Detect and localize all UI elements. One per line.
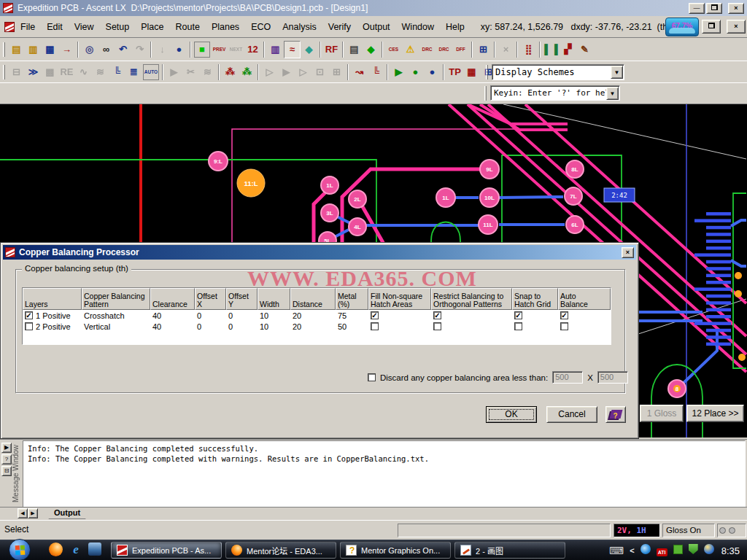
- review-icon[interactable]: ◆: [363, 41, 379, 58]
- quicklaunch-app-icon[interactable]: [86, 542, 104, 559]
- mesh-icon[interactable]: ▩: [42, 63, 58, 81]
- save-icon[interactable]: ▦: [42, 41, 58, 58]
- dialog-title-bar[interactable]: Copper Balancing Processor ×: [3, 245, 636, 260]
- menu-eco[interactable]: ECO: [245, 20, 276, 34]
- print-preview-icon[interactable]: ◎: [81, 41, 98, 58]
- probe-icon[interactable]: ↓: [154, 41, 171, 58]
- mdi-system-icon[interactable]: [4, 22, 15, 32]
- tab-scroll-left-icon[interactable]: ◀: [18, 508, 28, 518]
- route-mode-icon[interactable]: ≈: [284, 41, 301, 58]
- menu-planes[interactable]: Planes: [206, 20, 245, 34]
- toolbar-handle[interactable]: [484, 86, 487, 101]
- ok-button[interactable]: OK: [486, 406, 537, 423]
- drc-icon[interactable]: DRC: [419, 41, 436, 58]
- discard-x-input[interactable]: 500: [552, 371, 583, 384]
- start-button[interactable]: [9, 539, 31, 560]
- tray-orb-icon[interactable]: [704, 544, 714, 557]
- dff-probe3-icon[interactable]: ▷: [295, 63, 311, 81]
- checkbox[interactable]: ✓: [560, 311, 568, 319]
- drc-check-icon[interactable]: DRC: [436, 41, 452, 58]
- checkbox[interactable]: [514, 322, 522, 330]
- menu-view[interactable]: View: [69, 20, 100, 34]
- pens-icon[interactable]: ✎: [576, 41, 593, 58]
- taskbar-button[interactable]: Mentor Graphics On...: [340, 542, 451, 559]
- menu-place[interactable]: Place: [135, 20, 169, 34]
- quicklaunch-firefox-icon[interactable]: [47, 542, 64, 559]
- menu-help[interactable]: Help: [440, 20, 471, 34]
- smooth-icon[interactable]: ≋: [199, 63, 216, 81]
- checkbox[interactable]: ✓: [514, 311, 522, 319]
- discard-y-input[interactable]: 500: [597, 371, 628, 384]
- find-icon[interactable]: ∞: [98, 41, 115, 58]
- mdi-restore-button[interactable]: [702, 20, 721, 34]
- dff-check-icon[interactable]: DFF: [452, 41, 469, 58]
- menu-setup[interactable]: Setup: [100, 20, 136, 34]
- tray-collapse-icon[interactable]: <: [630, 546, 634, 555]
- rf-icon[interactable]: RF: [323, 41, 340, 58]
- tray-green-icon[interactable]: [673, 544, 683, 557]
- column-header[interactable]: Layers: [23, 288, 82, 310]
- table-row[interactable]: ✓1 PositiveCrosshatch4000102075✓✓✓✓: [23, 310, 611, 321]
- exit-icon[interactable]: →: [58, 41, 75, 58]
- column-header[interactable]: Metal (%): [336, 288, 368, 310]
- column-header[interactable]: Width: [258, 288, 290, 310]
- column-header[interactable]: Offset X: [195, 288, 226, 310]
- checkbox[interactable]: [25, 322, 33, 330]
- column-header[interactable]: Clearance: [150, 288, 195, 310]
- undo-icon[interactable]: ↶: [115, 41, 131, 58]
- tray-swoosh-icon[interactable]: [640, 544, 651, 557]
- toolbar-handle[interactable]: [486, 65, 488, 79]
- message-help-button[interactable]: ?: [1, 454, 12, 464]
- tab-scroll-right-icon[interactable]: ▶: [28, 508, 38, 518]
- discard-checkbox[interactable]: [368, 373, 376, 381]
- menu-file[interactable]: File: [15, 20, 41, 34]
- quicklaunch-ie-icon[interactable]: e: [67, 542, 85, 559]
- grid-icon[interactable]: ⣿: [520, 41, 537, 58]
- taskbar-button[interactable]: Expedition PCB - As...: [111, 542, 222, 559]
- gloss-button[interactable]: 1 Gloss: [640, 405, 684, 422]
- checkbox[interactable]: ✓: [433, 311, 441, 319]
- chevron-down-icon[interactable]: ▼: [606, 87, 619, 100]
- menu-output[interactable]: Output: [357, 20, 396, 34]
- dff-probe1-icon[interactable]: ▷: [261, 63, 278, 81]
- checkbox[interactable]: ✓: [25, 311, 33, 319]
- layer-stack-icon[interactable]: 12: [244, 41, 261, 58]
- route-corner-icon[interactable]: ╚: [109, 63, 125, 81]
- checkbox[interactable]: [433, 322, 441, 330]
- keyin-combo[interactable]: Keyin: Enter '?' for help. ▼: [490, 85, 620, 101]
- unlock-icon[interactable]: ⊞: [328, 63, 345, 81]
- column-header[interactable]: Fill Non-square Hatch Areas: [368, 288, 431, 310]
- column-header[interactable]: Restrict Balancing to Orthogonal Pattern…: [431, 288, 512, 310]
- pin-join-icon[interactable]: ⁂: [239, 63, 255, 81]
- library-icon[interactable]: ▌▐: [543, 41, 560, 58]
- column-header[interactable]: Auto Balance: [558, 288, 611, 310]
- reroute-icon[interactable]: RE: [58, 63, 75, 81]
- menu-edit[interactable]: Edit: [41, 20, 69, 34]
- warning-icon[interactable]: ⚠: [402, 41, 419, 58]
- toolbar-handle[interactable]: [3, 42, 5, 57]
- paddle-icon[interactable]: ●: [407, 63, 424, 81]
- display-schemes-combo[interactable]: Display Schemes ▼: [492, 64, 624, 80]
- report-icon[interactable]: ▤: [346, 41, 363, 58]
- redo-icon[interactable]: ↷: [131, 41, 148, 58]
- tune-serpentine-icon[interactable]: ≋: [92, 63, 109, 81]
- restore-button[interactable]: [706, 3, 722, 14]
- column-header[interactable]: Copper Balancing Pattern: [82, 288, 150, 310]
- minimize-button[interactable]: —: [689, 3, 705, 14]
- hatch-grid-icon[interactable]: ▦: [463, 63, 480, 81]
- dff-probe2-icon[interactable]: ▶: [278, 63, 295, 81]
- menu-route[interactable]: Route: [170, 20, 206, 34]
- delete-icon[interactable]: ×: [498, 41, 514, 58]
- column-header[interactable]: Offset Y: [226, 288, 258, 310]
- net-pairs-icon[interactable]: ⊟: [8, 63, 25, 81]
- cancel-button[interactable]: Cancel: [546, 406, 597, 423]
- checkbox[interactable]: [371, 322, 379, 330]
- chevron-down-icon[interactable]: ▼: [611, 66, 623, 79]
- tune-icon[interactable]: ∿: [75, 63, 92, 81]
- prev-view-icon[interactable]: PREV: [211, 41, 228, 58]
- message-expand-button[interactable]: ▶: [1, 443, 12, 453]
- auto-route-icon[interactable]: AUTO: [143, 64, 159, 80]
- table-row[interactable]: 2 PositiveVertical4000102050: [23, 321, 611, 332]
- menu-verify[interactable]: Verify: [322, 20, 357, 34]
- ces-icon[interactable]: CES: [385, 41, 402, 58]
